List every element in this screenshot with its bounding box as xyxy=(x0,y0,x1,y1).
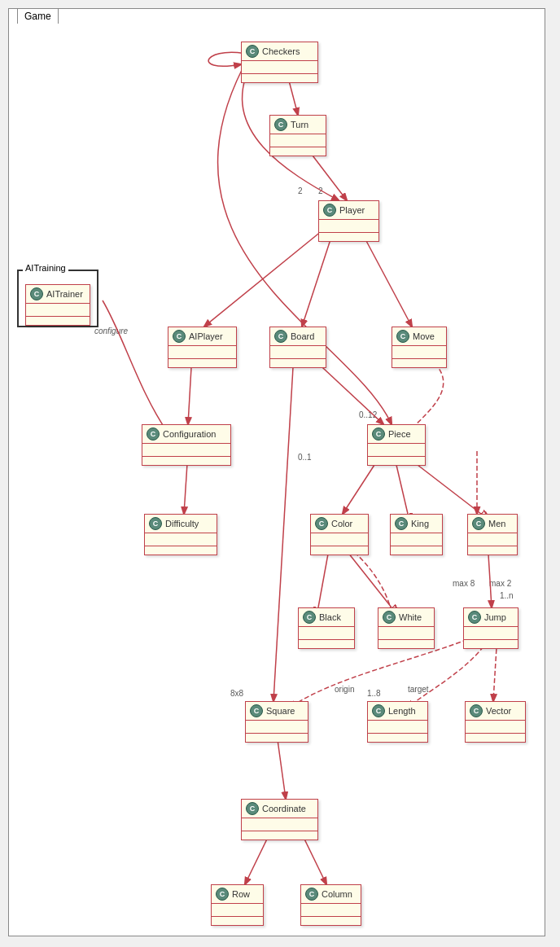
mult-1n: 1..n xyxy=(500,591,514,600)
configure-label: configure xyxy=(94,327,128,335)
uml-length: C Length xyxy=(367,701,428,743)
class-name-white: White xyxy=(399,612,422,622)
class-icon-color: C xyxy=(315,517,328,530)
uml-square: C Square xyxy=(245,701,308,743)
class-name-vector: Vector xyxy=(486,706,511,716)
class-icon-checkers: C xyxy=(246,45,259,58)
class-icon-column: C xyxy=(305,888,318,901)
mult-origin: origin xyxy=(335,685,354,694)
uml-move: C Move xyxy=(392,327,447,368)
class-icon-length: C xyxy=(372,704,385,717)
uml-turn: C Turn xyxy=(269,115,326,156)
mult-8x8: 8x8 xyxy=(230,689,243,698)
class-icon-turn: C xyxy=(274,118,287,131)
class-name-configuration: Configuration xyxy=(163,429,216,439)
mult-012: 0..12 xyxy=(359,410,377,419)
svg-line-17 xyxy=(273,353,294,701)
class-icon-row: C xyxy=(216,888,229,901)
mult-max2: max 2 xyxy=(489,579,511,588)
class-icon-configuration: C xyxy=(147,427,160,441)
uml-men: C Men xyxy=(467,514,518,555)
uml-piece: C Piece xyxy=(367,424,426,466)
class-name-color: Color xyxy=(331,519,352,528)
class-name-player: Player xyxy=(339,205,365,215)
class-name-row: Row xyxy=(232,889,250,899)
class-icon-aitrainer: C xyxy=(30,287,43,300)
class-name-checkers: Checkers xyxy=(262,46,300,56)
uml-aiplayer: C AIPlayer xyxy=(168,327,237,368)
mult-01: 0..1 xyxy=(298,453,312,462)
uml-board: C Board xyxy=(269,327,326,368)
class-icon-vector: C xyxy=(470,704,483,717)
class-icon-move: C xyxy=(396,330,409,343)
class-name-king: King xyxy=(411,519,429,528)
diagram-container: Game AITraining C AITrainer configure 2 … xyxy=(8,8,545,936)
class-icon-player: C xyxy=(323,204,336,217)
class-name-jump: Jump xyxy=(484,612,506,622)
uml-aitrainer: C AITrainer xyxy=(25,284,90,326)
class-icon-black: C xyxy=(303,611,316,624)
mult-18: 1..8 xyxy=(367,689,381,698)
uml-coordinate: C Coordinate xyxy=(241,799,318,840)
class-name-move: Move xyxy=(413,331,435,341)
class-icon-coordinate: C xyxy=(246,802,259,815)
uml-vector: C Vector xyxy=(465,701,526,743)
class-name-column: Column xyxy=(322,889,352,899)
class-name-aiplayer: AIPlayer xyxy=(189,331,223,341)
class-icon-board: C xyxy=(274,330,287,343)
mult-target: target xyxy=(408,685,429,694)
mult-2b: 2 xyxy=(318,186,323,195)
uml-checkers: C Checkers xyxy=(241,42,318,83)
uml-black: C Black xyxy=(298,607,355,649)
class-name-turn: Turn xyxy=(291,120,308,129)
uml-jump: C Jump xyxy=(463,607,518,649)
class-name-aitrainer: AITrainer xyxy=(46,289,83,299)
class-icon-aiplayer: C xyxy=(173,330,186,343)
svg-line-3 xyxy=(302,227,335,327)
uml-row: C Row xyxy=(211,884,264,926)
uml-difficulty: C Difficulty xyxy=(144,514,217,555)
class-icon-white: C xyxy=(383,611,396,624)
mult-max8: max 8 xyxy=(453,579,475,588)
class-name-square: Square xyxy=(266,706,295,716)
class-icon-jump: C xyxy=(468,611,481,624)
uml-column: C Column xyxy=(300,884,361,926)
class-name-coordinate: Coordinate xyxy=(262,804,306,813)
uml-king: C King xyxy=(390,514,443,555)
class-name-black: Black xyxy=(319,612,341,622)
class-name-piece: Piece xyxy=(388,429,411,439)
svg-line-2 xyxy=(204,227,326,327)
ai-package-box: AITraining C AITrainer xyxy=(17,270,98,327)
uml-player: C Player xyxy=(318,200,379,242)
class-icon-difficulty: C xyxy=(149,517,162,530)
class-icon-king: C xyxy=(395,517,408,530)
class-name-length: Length xyxy=(388,706,416,716)
mult-2a: 2 xyxy=(298,186,303,195)
svg-line-4 xyxy=(359,227,412,327)
ai-package-label: AITraining xyxy=(23,263,68,273)
uml-white: C White xyxy=(378,607,435,649)
class-icon-piece: C xyxy=(372,427,385,441)
uml-configuration: C Configuration xyxy=(142,424,231,466)
uml-color: C Color xyxy=(310,514,369,555)
class-icon-square: C xyxy=(250,704,263,717)
class-name-board: Board xyxy=(291,331,314,341)
class-icon-men: C xyxy=(472,517,485,530)
diagram-tab: Game xyxy=(17,8,59,24)
class-name-difficulty: Difficulty xyxy=(165,519,199,528)
class-name-men: Men xyxy=(488,519,505,528)
